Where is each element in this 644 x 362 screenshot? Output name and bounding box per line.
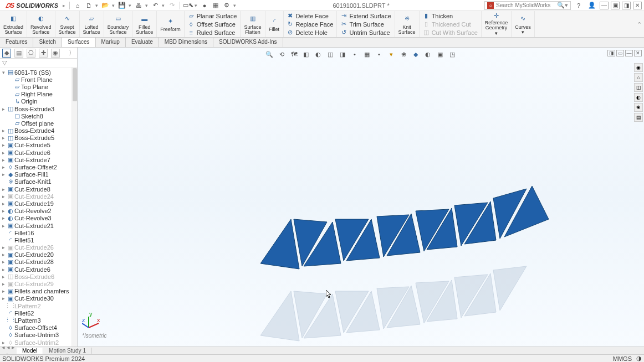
restore-button[interactable]: ▣ xyxy=(611,2,620,9)
home-icon[interactable]: ⌂ xyxy=(73,1,82,10)
new-dropdown-icon[interactable]: ▾ xyxy=(94,3,100,8)
headsup-tool-13[interactable]: ◐ xyxy=(423,50,432,59)
display-manager-tab-icon[interactable]: ◉ xyxy=(51,49,60,58)
open-icon[interactable]: 📂 xyxy=(101,1,110,10)
select-icon[interactable]: ▭⬉ xyxy=(183,1,192,10)
feature-cut-extrude21[interactable]: ▸▣Cut-Extrude21 xyxy=(1,222,71,229)
extend-surface[interactable]: ⇥Extend Surface xyxy=(340,12,391,20)
save-dropdown-icon[interactable]: ▾ xyxy=(127,3,133,8)
vp-close-icon[interactable]: ✕ xyxy=(634,50,642,56)
feature-cut-extrude6[interactable]: ▸▣Cut-Extrude6 xyxy=(1,149,71,156)
feature-surface-untrim2[interactable]: ▸◊Surface-Untrim2 xyxy=(1,339,71,346)
tree-expand-icon[interactable]: ▸ xyxy=(2,252,7,257)
tree-expand-icon[interactable]: ▸ xyxy=(2,296,7,301)
feature-cut-extrude30[interactable]: ▸▣Cut-Extrude30 xyxy=(1,295,71,302)
vp-minimize-icon[interactable]: — xyxy=(625,50,633,56)
print-dropdown-icon[interactable]: ▾ xyxy=(144,3,150,8)
ribbon-swept[interactable]: ∿SweptSurface xyxy=(55,11,80,37)
headsup-tool-10[interactable]: ▾ xyxy=(387,50,396,59)
feature-right-plane[interactable]: ▱Right Plane xyxy=(1,91,71,98)
feature-tree[interactable]: ▾▤6061-T6 (SS)▱Front Plane▱Top Plane▱Rig… xyxy=(0,68,71,347)
ribbon-extruded[interactable]: ◧ExtrudedSurface xyxy=(0,11,27,37)
delete-hole[interactable]: ⊘Delete Hole xyxy=(287,28,334,37)
feature-origin[interactable]: ↳Origin xyxy=(1,98,71,105)
feature-lpattern3[interactable]: ⋮⋮LPattern3 xyxy=(1,317,71,324)
undo-icon[interactable]: ↶ xyxy=(151,1,160,10)
headsup-tool-8[interactable]: ▦ xyxy=(362,50,371,59)
headsup-tool-0[interactable]: 🔍 xyxy=(265,50,274,59)
scrollbar-thumb[interactable] xyxy=(73,68,77,101)
tree-expand-icon[interactable]: ▸ xyxy=(2,157,7,163)
tree-expand-icon[interactable]: ▸ xyxy=(2,281,7,287)
search-dropdown-icon[interactable]: 🔍▾ xyxy=(557,2,568,9)
feature-cut-revolve3[interactable]: ▸◐Cut-Revolve3 xyxy=(1,215,71,222)
feature-fillets-and-chamfers[interactable]: ▸▣Fillets and chamfers xyxy=(1,288,71,295)
tab-evaluate[interactable]: Evaluate xyxy=(126,38,159,47)
feature-fillet62[interactable]: ◜Fillet62 xyxy=(1,309,71,317)
feature-cut-revolve2[interactable]: ▸◐Cut-Revolve2 xyxy=(1,208,71,215)
taskpane-appearance-icon[interactable]: ◉ xyxy=(634,63,643,72)
panel-next-icon[interactable]: 〉 xyxy=(69,49,75,57)
taskpane-home-view-icon[interactable]: ⌂ xyxy=(634,73,643,82)
headsup-tool-9[interactable]: • xyxy=(375,50,384,59)
tree-expand-icon[interactable]: ▸ xyxy=(2,142,7,148)
filter-bar[interactable]: ▽ xyxy=(0,59,77,68)
ribbon-surface-flatten[interactable]: ▥SurfaceFlatten xyxy=(241,11,265,37)
tree-expand-icon[interactable]: ▸ xyxy=(2,274,7,280)
tree-expand-icon[interactable]: ▸ xyxy=(2,135,7,141)
dimxpert-tab-icon[interactable]: ✚ xyxy=(39,49,48,58)
headsup-tool-3[interactable]: ◧ xyxy=(301,50,310,59)
feature-surface-knit1[interactable]: ※Surface-Knit1 xyxy=(1,178,71,185)
search-input[interactable] xyxy=(496,2,557,8)
feature-fillet16[interactable]: ◜Fillet16 xyxy=(1,229,71,236)
headsup-tool-14[interactable]: ▣ xyxy=(436,50,444,59)
feature-cut-extrude5[interactable]: ▸▣Cut-Extrude5 xyxy=(1,142,71,149)
tab-motion-study[interactable]: Motion Study 1 xyxy=(43,348,92,354)
search-box[interactable]: ⌕ 🔍▾ xyxy=(484,1,571,10)
new-icon[interactable]: 🗋 xyxy=(84,1,93,10)
tree-expand-icon[interactable]: ▸ xyxy=(2,106,7,112)
close-button[interactable]: ✕ xyxy=(633,2,642,9)
tree-expand-icon[interactable]: ▸ xyxy=(2,128,7,133)
feature-front-plane[interactable]: ▱Front Plane xyxy=(1,76,71,83)
feature-cut-extrude28[interactable]: ▸▣Cut-Extrude28 xyxy=(1,258,71,266)
ruled-surface[interactable]: ≡Ruled Surface xyxy=(188,28,237,37)
feature-cut-extrude29[interactable]: ▸▣Cut-Extrude29 xyxy=(1,280,71,287)
rebuild-icon[interactable]: ● xyxy=(200,1,209,10)
options-icon[interactable]: ▦ xyxy=(211,1,220,10)
headsup-tool-5[interactable]: ◫ xyxy=(326,50,335,59)
feature-cut-extrude20[interactable]: ▸▣Cut-Extrude20 xyxy=(1,251,71,258)
headsup-tool-4[interactable]: ◐ xyxy=(314,50,323,59)
headsup-tool-6[interactable]: ◨ xyxy=(338,50,347,59)
taskpane-view-cube-icon[interactable]: ◫ xyxy=(634,83,643,92)
tree-expand-icon[interactable]: ▸ xyxy=(2,288,7,294)
help-icon[interactable]: ? xyxy=(574,1,583,10)
replace-face[interactable]: ↻Replace Face xyxy=(287,20,334,28)
open-dropdown-icon[interactable]: ▾ xyxy=(111,3,116,8)
offset-surface[interactable]: ◊Offset Surface xyxy=(188,20,237,28)
ribbon-lofted[interactable]: ▱LoftedSurface xyxy=(80,11,104,37)
taskpane-scene-icon[interactable]: ❀ xyxy=(634,103,643,112)
tree-expand-icon[interactable]: ▸ xyxy=(2,172,7,177)
feature-surface-offset2[interactable]: ▸◊Surface-Offset2 xyxy=(1,163,71,170)
feature-sketch8[interactable]: ▢Sketch8 xyxy=(1,112,71,120)
settings-icon[interactable]: ⚙ xyxy=(222,1,231,10)
user-icon[interactable]: 👤 xyxy=(587,1,596,10)
delete-face[interactable]: ✖Delete Face xyxy=(287,12,334,20)
graphics-viewport[interactable]: 🔍⟲🗺◧◐◫◨•▦•▾❀◆◐▣◳ ◨ ▭ — ✕ ◉⌂◫◐❀▤ xyxy=(78,48,644,347)
status-units[interactable]: MMGS xyxy=(613,355,632,362)
feature-offset-plane[interactable]: ▱Offset plane xyxy=(1,120,71,127)
status-extra-icon[interactable]: ◑ xyxy=(636,355,642,362)
feature-top-plane[interactable]: ▱Top Plane xyxy=(1,83,71,90)
tree-expand-icon[interactable]: ▸ xyxy=(2,245,7,250)
tab-mbd-dimensions[interactable]: MBD Dimensions xyxy=(159,38,213,47)
feature-boss-extrude4[interactable]: ▸◫Boss-Extrude4 xyxy=(1,127,71,135)
feature-manager-tab-icon[interactable]: ◆ xyxy=(2,49,11,58)
tree-scrollbar[interactable] xyxy=(71,68,77,347)
planar-surface[interactable]: ▱Planar Surface xyxy=(188,12,237,20)
headsup-tool-11[interactable]: ❀ xyxy=(399,50,408,59)
ribbon-fillet[interactable]: ◜Fillet xyxy=(265,11,284,37)
tree-expand-icon[interactable]: ▸ xyxy=(2,267,7,272)
ribbon-reference-geometry[interactable]: ✛ReferenceGeometry▾ xyxy=(482,11,512,37)
tree-expand-icon[interactable]: ▸ xyxy=(2,201,7,206)
